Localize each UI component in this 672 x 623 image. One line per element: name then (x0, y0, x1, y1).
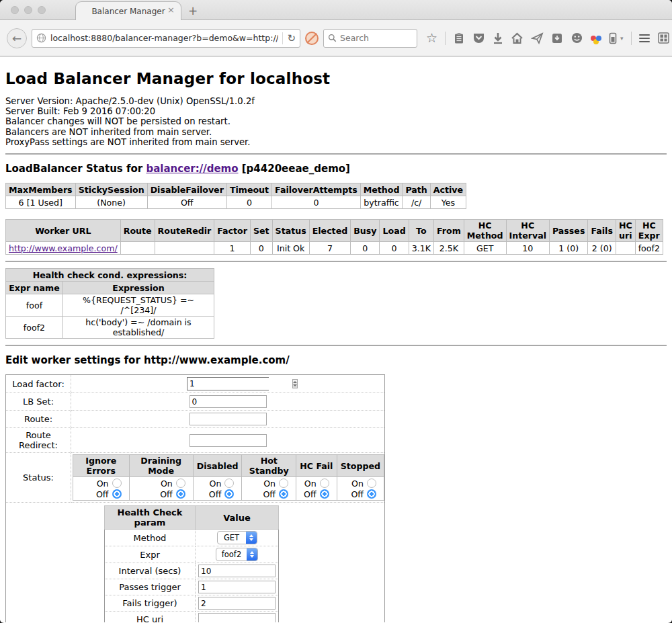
status-radio-table: Ignore Errors Draining Mode Disabled Hot… (73, 454, 384, 501)
radio-on-label: On (304, 479, 317, 489)
cell-active: Yes (430, 196, 466, 209)
radio-hot-standby-off[interactable] (279, 489, 288, 499)
radio-stopped-on[interactable] (367, 479, 376, 488)
status-label: Status: (6, 453, 71, 503)
radio-draining-mode-off[interactable] (176, 489, 185, 499)
table-row: 6 [1 Used] (None) Off 0 0 bytraffic /c/ … (6, 196, 466, 209)
col-hc-uri: HC uri (616, 220, 635, 242)
radio-draining-mode-on[interactable] (176, 479, 185, 488)
worker-url-link[interactable]: http://www.example.com/ (9, 243, 118, 253)
col-draining-mode: Draining Mode (129, 455, 193, 477)
table-row: foof2 hc('body') =~ /domain is establish… (6, 317, 214, 339)
load-factor-stepper[interactable] (187, 377, 269, 390)
radio-hot-standby-on[interactable] (279, 479, 288, 488)
col-disablefailover: DisableFailover (147, 183, 226, 196)
load-factor-label: Load factor: (6, 375, 71, 393)
download-icon[interactable] (493, 32, 503, 44)
col-timeout: Timeout (226, 183, 271, 196)
cell-busy: 0 (351, 242, 380, 255)
hc-method-select[interactable]: GET (217, 531, 257, 544)
hc-fails-input[interactable] (198, 597, 276, 610)
feedback-smiley-icon[interactable] (571, 32, 583, 44)
radio-off-label: Off (351, 489, 364, 499)
minimize-window-button[interactable] (24, 6, 32, 14)
search-input[interactable] (340, 33, 407, 43)
search-bar[interactable] (323, 29, 417, 48)
close-window-button[interactable] (11, 6, 19, 14)
balancer-demo-link[interactable]: balancer://demo (146, 163, 238, 175)
hc-expressions-title: Health check cond. expressions: (6, 269, 214, 282)
radio-hc-fail-off[interactable] (320, 489, 329, 499)
cell-hc-uri (616, 242, 635, 255)
radio-disabled-off[interactable] (224, 489, 234, 499)
status-cell-draining-mode: On Off (129, 477, 193, 501)
radio-on-label: On (97, 479, 109, 489)
color-palette-icon[interactable] (591, 33, 601, 44)
chevron-down-icon[interactable]: ▾ (620, 35, 624, 42)
save-page-icon[interactable] (551, 32, 563, 44)
hc-passes-input[interactable] (198, 581, 276, 593)
radio-hc-fail-on[interactable] (320, 479, 329, 488)
notice-balancers: Balancers are NOT inherited from main se… (5, 127, 667, 137)
history-clipboard-icon[interactable] (453, 32, 465, 44)
balancer-heading-prefix: LoadBalancer Status for (5, 163, 146, 175)
lb-set-input[interactable] (190, 395, 267, 408)
menu-icon[interactable] (639, 34, 650, 42)
col-worker-url: Worker URL (6, 220, 121, 242)
back-button[interactable]: ← (7, 28, 27, 48)
notice-proxypass: ProxyPass settings are NOT inherited fro… (5, 137, 667, 147)
reload-icon[interactable]: ↻ (287, 32, 296, 44)
cell-path: /c/ (403, 196, 430, 209)
new-tab-button[interactable]: + (188, 4, 198, 17)
bookmark-star-icon[interactable]: ☆ (426, 32, 437, 44)
divider (5, 345, 667, 346)
radio-ignore-errors-on[interactable] (112, 479, 122, 488)
zoom-window-button[interactable] (38, 6, 46, 14)
cell-load: 0 (380, 242, 409, 255)
cell-passes: 1 (0) (549, 242, 587, 255)
status-cell-stopped: On Off (337, 477, 384, 501)
search-icon (328, 34, 337, 42)
col-expr-name: Expr name (6, 282, 63, 294)
battery-status-icon[interactable] (609, 32, 617, 44)
radio-ignore-errors-off[interactable] (112, 489, 122, 499)
col-stopped: Stopped (337, 455, 384, 477)
cell-stickysession: (None) (75, 196, 147, 209)
hc-uri-input[interactable] (198, 613, 276, 622)
url-bar[interactable]: localhost:8880/balancer-manager?b=demo&w… (32, 29, 300, 48)
tab-groups-icon[interactable] (657, 32, 670, 44)
col-hot-standby: Hot Standby (242, 455, 296, 477)
route-label: Route: (6, 411, 71, 428)
col-hc-value: Value (196, 506, 279, 530)
col-hc-interval: HC Interval (506, 220, 549, 242)
radio-disabled-on[interactable] (224, 479, 234, 488)
radio-on-label: On (210, 479, 222, 489)
hc-expr-label: Expr (105, 546, 196, 563)
tab-close-icon[interactable]: × (167, 5, 175, 14)
number-stepper-icon[interactable] (292, 379, 298, 388)
hc-interval-input[interactable] (198, 565, 276, 577)
tab-balancer-manager[interactable]: Balancer Manager × (75, 1, 181, 20)
cell-expr-name: foof2 (6, 317, 63, 339)
radio-on-label: On (351, 479, 364, 489)
url-text[interactable]: localhost:8880/balancer-manager?b=demo&w… (50, 33, 278, 43)
radio-stopped-off[interactable] (367, 489, 376, 499)
server-version: Server Version: Apache/2.5.0-dev (Unix) … (5, 96, 667, 106)
cell-timeout: 0 (226, 196, 271, 209)
home-icon[interactable] (511, 32, 523, 44)
route-input[interactable] (190, 413, 267, 425)
navigation-toolbar: ← localhost:8880/balancer-manager?b=demo… (0, 20, 672, 56)
pocket-icon[interactable] (472, 32, 485, 44)
content-blocker-icon[interactable] (305, 32, 319, 45)
toolbar-separator (445, 32, 446, 45)
col-passes: Passes (549, 220, 587, 242)
load-factor-input[interactable] (187, 378, 292, 390)
col-busy: Busy (351, 220, 380, 242)
route-redirect-input[interactable] (190, 434, 267, 447)
col-stickysession: StickySession (75, 183, 147, 196)
send-page-icon[interactable] (531, 32, 544, 44)
edit-worker-form: Load factor: LB Set: Route: Route Redire… (5, 374, 385, 622)
status-cell-hc-fail: On Off (296, 477, 337, 501)
edit-worker-heading: Edit worker settings for http://www.exam… (5, 354, 667, 366)
hc-expr-select[interactable]: foof2 (216, 548, 259, 561)
